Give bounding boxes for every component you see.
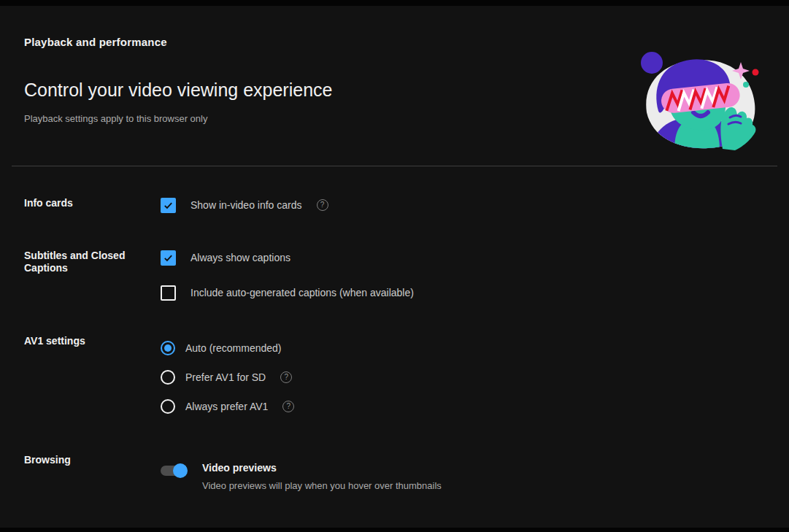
option-row-always-show-captions: Always show captions [161, 250, 765, 266]
option-label-av1-auto[interactable]: Auto (recommended) [185, 342, 282, 354]
help-icon[interactable]: ? [317, 199, 328, 211]
section-info-cards: Info cards Show in-video info cards ? [24, 197, 765, 213]
option-row-video-previews: Video previews Video previews will play … [161, 454, 765, 491]
checkmark-icon [163, 252, 174, 263]
page-subtitle: Playback settings apply to this browser … [24, 113, 207, 124]
video-previews-toggle[interactable] [161, 466, 185, 476]
option-row-av1-always: Always prefer AV1 ? [161, 399, 765, 414]
settings-category-title: Playback and performance [24, 36, 167, 48]
option-row-show-info-cards: Show in-video info cards ? [161, 197, 765, 213]
section-av1-settings: AV1 settings Auto (recommended) Prefer A… [24, 335, 765, 414]
playback-illustration-icon [636, 47, 763, 152]
checkbox-show-info-cards[interactable] [161, 198, 176, 213]
option-label-always-show-captions[interactable]: Always show captions [190, 252, 290, 263]
option-label-av1-always[interactable]: Always prefer AV1 [185, 401, 268, 412]
help-icon[interactable]: ? [280, 371, 292, 383]
checkmark-icon [163, 200, 174, 211]
toggle-knob [173, 463, 188, 478]
radio-av1-auto[interactable] [161, 341, 175, 355]
option-label-show-info-cards[interactable]: Show in-video info cards [190, 199, 302, 211]
option-label-auto-generated-captions[interactable]: Include auto-generated captions (when av… [190, 287, 414, 298]
section-label-browsing: Browsing [24, 454, 134, 491]
section-subtitles: Subtitles and Closed Captions Always sho… [24, 250, 765, 301]
checkbox-always-show-captions[interactable] [161, 250, 176, 266]
playback-settings-page: Playback and performance [0, 0, 789, 532]
video-previews-title[interactable]: Video previews [202, 462, 442, 474]
radio-av1-always[interactable] [161, 399, 175, 414]
section-label-av1: AV1 settings [24, 335, 134, 414]
section-label-subtitles: Subtitles and Closed Captions [24, 250, 134, 301]
section-label-info-cards: Info cards [24, 197, 134, 213]
option-row-auto-generated-captions: Include auto-generated captions (when av… [161, 285, 765, 301]
option-label-av1-prefer-sd[interactable]: Prefer AV1 for SD [185, 371, 266, 383]
help-icon[interactable]: ? [282, 401, 294, 412]
option-row-av1-prefer-sd: Prefer AV1 for SD ? [161, 370, 765, 385]
checkbox-auto-generated-captions[interactable] [161, 285, 176, 301]
option-row-av1-auto: Auto (recommended) [161, 341, 765, 355]
video-previews-description: Video previews will play when you hover … [202, 480, 442, 491]
section-divider [12, 166, 777, 166]
settings-list: Info cards Show in-video info cards ? Su… [24, 197, 765, 491]
page-title: Control your video viewing experience [24, 80, 332, 101]
radio-dot [164, 344, 172, 352]
section-browsing: Browsing Video previews Video previews w… [24, 454, 765, 491]
radio-av1-prefer-sd[interactable] [161, 370, 175, 385]
